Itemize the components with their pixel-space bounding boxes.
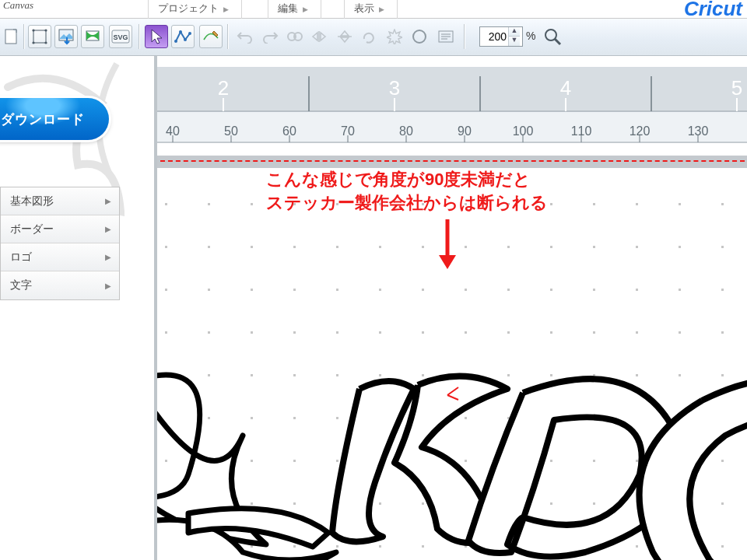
vflip-button[interactable] <box>333 25 356 48</box>
canvas-workspace: 2 3 4 5 4050 6070 8090 100110 <box>154 56 747 560</box>
svg-point-16 <box>413 30 426 43</box>
separator <box>464 24 465 49</box>
svg-rect-0 <box>5 30 16 44</box>
panel-item-label: ロゴ <box>10 250 32 264</box>
loop-button[interactable] <box>358 25 381 48</box>
svg-rect-23 <box>157 67 747 112</box>
zoom-field[interactable]: ▲ ▼ <box>479 26 523 47</box>
zoom-unit: % <box>526 30 535 42</box>
undo-icon <box>237 30 254 44</box>
panel-item-label: 文字 <box>10 278 32 292</box>
ruler-major-label: 2 <box>218 76 229 100</box>
pencil-icon <box>202 29 219 44</box>
page-area[interactable]: こんな感じで角度が90度未満だと ステッカー製作会社からは断られる <box>157 160 747 560</box>
menu-project[interactable]: プロジェクト▶ <box>148 0 242 19</box>
ruler-major-label: 4 <box>560 76 571 100</box>
bounds-button[interactable] <box>28 25 51 48</box>
svg-button[interactable]: SVG <box>109 25 132 48</box>
svg-point-11 <box>179 30 182 33</box>
chevron-right-icon: ▶ <box>374 5 384 13</box>
menu-edit[interactable]: 編集▶ <box>268 0 321 19</box>
svg-rect-24 <box>157 112 747 143</box>
zoom-magnifier-button[interactable] <box>542 26 563 47</box>
polyline-icon <box>174 29 191 44</box>
linkshape-button[interactable] <box>283 25 307 48</box>
toolbar: SVG <box>0 19 747 56</box>
svg-point-21 <box>545 30 556 40</box>
panel-item-label: ボーダー <box>10 222 54 236</box>
sidebar: ダウンロード 基本図形 ▶ ボーダー ▶ ロゴ ▶ 文字 ▶ <box>0 56 124 560</box>
flip-vertical-icon <box>336 30 353 44</box>
color-flag-icon <box>84 28 101 45</box>
hflip-button[interactable] <box>308 25 331 48</box>
panel-item-logo[interactable]: ロゴ ▶ <box>1 243 119 271</box>
pointer-icon <box>149 28 164 45</box>
menu-view[interactable]: 表示▶ <box>344 0 398 19</box>
download-button[interactable]: ダウンロード <box>0 98 109 140</box>
redo-button[interactable] <box>258 25 282 48</box>
panel-item-basic-shapes[interactable]: 基本図形 ▶ <box>1 187 119 215</box>
magnifier-icon <box>543 27 562 46</box>
loop-icon <box>361 30 378 44</box>
flip-horizontal-icon <box>311 30 328 44</box>
panel-item-text[interactable]: 文字 ▶ <box>1 271 119 299</box>
burst-icon <box>387 29 402 44</box>
circle-icon <box>412 29 427 44</box>
svg-point-4 <box>32 41 34 44</box>
separator <box>139 24 140 49</box>
annotation-line2: ステッカー製作会社からは断られる <box>266 193 548 212</box>
separator <box>227 24 229 49</box>
import-button[interactable] <box>54 25 78 48</box>
ruler-major-label: 3 <box>389 76 400 100</box>
chevron-right-icon: ▶ <box>219 5 229 13</box>
menu-view-label: 表示 <box>354 2 374 14</box>
svg-icon: SVG <box>111 30 130 44</box>
svg-rect-1 <box>33 30 46 43</box>
separator <box>23 24 25 49</box>
menu-bar: Canvas プロジェクト▶ 編集▶ 表示▶ Cricut <box>0 0 747 19</box>
undo-button[interactable] <box>233 25 257 48</box>
new-page-icon <box>3 28 20 45</box>
pencil-button[interactable] <box>199 25 223 48</box>
chevron-right-icon: ▶ <box>105 253 111 261</box>
chevron-right-icon: ▶ <box>105 225 111 233</box>
panel-item-border[interactable]: ボーダー ▶ <box>1 215 119 243</box>
text-block-icon <box>437 30 454 44</box>
colorfill-button[interactable] <box>81 25 104 48</box>
svg-point-3 <box>44 29 47 31</box>
panel-item-label: 基本図形 <box>10 194 54 208</box>
redo-icon <box>261 30 279 44</box>
ruler-major-label: 5 <box>731 76 742 100</box>
zoom-spinner[interactable]: ▲ ▼ <box>508 27 520 46</box>
bounding-box-icon <box>32 29 47 44</box>
textblock-button[interactable] <box>434 25 458 48</box>
new-page-button[interactable] <box>0 25 23 48</box>
svg-line-22 <box>555 39 560 44</box>
circle-button[interactable] <box>408 25 431 48</box>
burst-button[interactable] <box>383 25 406 48</box>
svg-point-13 <box>188 32 191 35</box>
category-panel: 基本図形 ▶ ボーダー ▶ ロゴ ▶ 文字 ▶ <box>0 187 120 300</box>
guideline-dashed <box>160 160 745 162</box>
download-label: ダウンロード <box>1 110 85 128</box>
import-image-icon <box>58 28 75 45</box>
annotation-text: こんな感じで角度が90度未満だと ステッカー製作会社からは断られる <box>266 168 548 215</box>
svg-point-2 <box>32 29 34 31</box>
menu-project-label: プロジェクト <box>158 2 219 14</box>
annotation-line1: こんな感じで角度が90度未満だと <box>266 170 531 189</box>
ruler-horizontal: 2 3 4 5 4050 6070 8090 100110 <box>157 67 747 156</box>
zoom-input[interactable] <box>480 30 508 43</box>
chevron-right-icon: ▶ <box>298 5 308 13</box>
artwork-layer[interactable]: garage garage <box>157 264 747 560</box>
pointer-button[interactable] <box>145 25 168 48</box>
spin-down-icon[interactable]: ▼ <box>509 37 520 46</box>
svg-point-12 <box>184 38 187 41</box>
canvas-title: Canvas <box>3 0 33 12</box>
svg-point-10 <box>174 40 177 43</box>
brand-logo: Cricut <box>684 0 742 21</box>
chevron-right-icon: ▶ <box>105 282 111 290</box>
menu-edit-label: 編集 <box>278 2 298 14</box>
polyline-button[interactable] <box>171 25 195 48</box>
link-shape-icon <box>286 30 303 44</box>
svg-text:SVG: SVG <box>113 33 128 41</box>
